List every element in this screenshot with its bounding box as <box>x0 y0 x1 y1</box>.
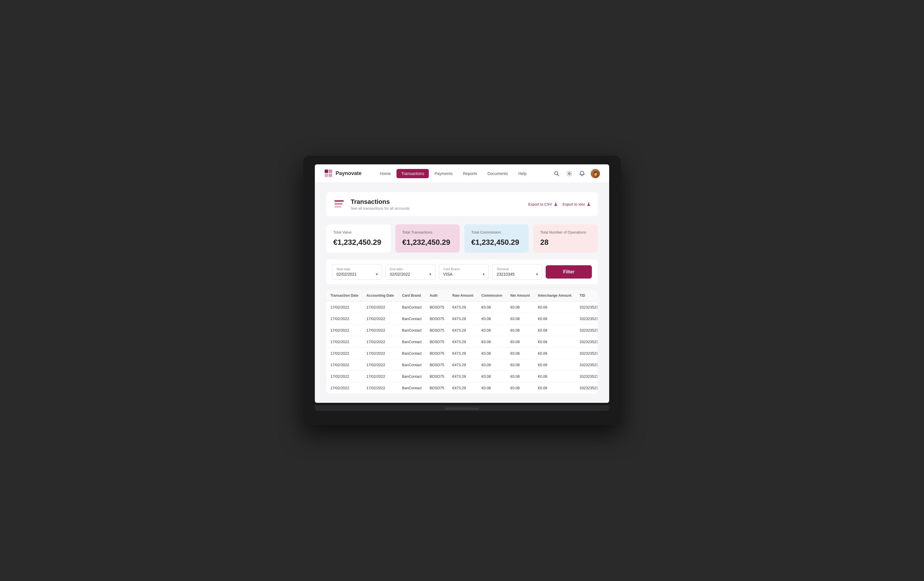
cell-transaction-date: 17/02/2022 <box>327 325 363 336</box>
cell-net-amount: €0.08 <box>506 313 534 325</box>
notifications-icon[interactable] <box>578 170 586 178</box>
svg-rect-0 <box>325 170 328 173</box>
filter-button[interactable]: Filter <box>546 265 592 278</box>
page-header: Transactions See all transactions for al… <box>327 192 597 216</box>
cell-commission: €0.08 <box>477 348 506 359</box>
card-brand-chevron-icon: ▾ <box>483 272 485 276</box>
col-card-brand: Card Brand <box>398 290 426 301</box>
transactions-table: Transaction Date Accounting Date Card Br… <box>327 290 597 393</box>
end-date-filter[interactable]: End date 02/02/2022 ▾ <box>386 264 436 280</box>
end-date-value: 02/02/2022 <box>390 272 410 277</box>
svg-point-6 <box>568 173 570 174</box>
card-brand-filter[interactable]: Card Brand VISA ▾ <box>439 264 489 280</box>
stat-total-commission-amount: €1,232,450.29 <box>471 238 522 247</box>
filter-bar: Start date 02/02/2021 ▾ End date 02/02/2… <box>327 260 597 284</box>
cell-raw-amount: €473.29 <box>449 325 478 336</box>
cell-raw-amount: €473.29 <box>449 313 478 325</box>
transactions-table-container: Transaction Date Accounting Date Card Br… <box>327 290 597 393</box>
cell-auth: BDSD75 <box>426 301 449 313</box>
svg-rect-3 <box>329 174 332 177</box>
stat-total-transactions: Total Transactions €1,232,450.29 <box>395 224 460 253</box>
cell-transaction-date: 17/02/2022 <box>327 348 363 359</box>
laptop-notch <box>445 407 479 410</box>
cell-tid: 332323523 <box>576 371 597 382</box>
nav-transactions[interactable]: Transactions <box>396 169 429 178</box>
svg-rect-1 <box>329 170 332 173</box>
cell-net-amount: €0.08 <box>506 336 534 348</box>
cell-auth: BDSD75 <box>426 313 449 325</box>
page-icon <box>333 198 346 211</box>
end-date-label: End date <box>390 267 431 271</box>
user-avatar[interactable]: 👩 <box>591 169 600 178</box>
start-date-label: Start date <box>337 267 378 271</box>
terminal-value: 23210345 <box>497 272 515 277</box>
stat-total-value-amount: €1,232,450.29 <box>333 238 384 247</box>
nav-right: 👩 <box>553 169 600 178</box>
cell-accounting-date: 17/02/2022 <box>363 371 398 382</box>
nav-home[interactable]: Home <box>375 169 395 178</box>
export-xlsx-button[interactable]: Export to xlsx <box>563 202 591 206</box>
nav-documents[interactable]: Documents <box>483 169 513 178</box>
cell-accounting-date: 17/02/2022 <box>363 382 398 394</box>
cell-accounting-date: 17/02/2022 <box>363 313 398 325</box>
cell-auth: BDSD75 <box>426 371 449 382</box>
cell-net-amount: €0.08 <box>506 371 534 382</box>
end-date-value-row: 02/02/2022 ▾ <box>390 272 431 277</box>
cell-interchange: €0.08 <box>534 336 576 348</box>
cell-transaction-date: 17/02/2022 <box>327 382 363 394</box>
card-brand-value: VISA <box>443 272 452 277</box>
terminal-label: Terminal <box>497 267 538 271</box>
cell-accounting-date: 17/02/2022 <box>363 348 398 359</box>
terminal-filter[interactable]: Terminal 23210345 ▾ <box>492 264 542 280</box>
col-commission: Commission <box>477 290 506 301</box>
cell-card-brand: BanContact <box>398 313 426 325</box>
stat-total-operations: Total Number of Operations 28 <box>533 224 597 253</box>
page-subtitle: See all transactions for all accounts <box>351 206 410 211</box>
cell-raw-amount: €473.29 <box>449 336 478 348</box>
table-row: 17/02/2022 17/02/2022 BanContact BDSD75 … <box>327 382 597 394</box>
end-date-chevron-icon: ▾ <box>429 272 431 276</box>
cell-accounting-date: 17/02/2022 <box>363 336 398 348</box>
svg-rect-7 <box>335 200 344 202</box>
cell-transaction-date: 17/02/2022 <box>327 313 363 325</box>
nav-links: Home Transactions Payments Reports Docum… <box>375 169 543 178</box>
cell-net-amount: €0.08 <box>506 348 534 359</box>
cell-auth: BDSD75 <box>426 348 449 359</box>
col-accounting-date: Accounting Date <box>363 290 398 301</box>
col-interchange-amount: Interchange Amount <box>534 290 576 301</box>
cell-commission: €0.08 <box>477 336 506 348</box>
cell-interchange: €0.08 <box>534 371 576 382</box>
nav-help[interactable]: Help <box>514 169 531 178</box>
col-raw-amount: Raw Amount <box>449 290 478 301</box>
cell-interchange: €0.08 <box>534 301 576 313</box>
svg-rect-2 <box>325 174 328 177</box>
stat-total-value: Total Value €1,232,450.29 <box>327 224 391 253</box>
table-row: 17/02/2022 17/02/2022 BanContact BDSD75 … <box>327 359 597 371</box>
cell-tid: 332323523 <box>576 325 597 336</box>
cell-commission: €0.08 <box>477 382 506 394</box>
cell-card-brand: BanContact <box>398 382 426 394</box>
export-csv-button[interactable]: Export to CSV <box>528 202 558 206</box>
cell-transaction-date: 17/02/2022 <box>327 359 363 371</box>
page-header-left: Transactions See all transactions for al… <box>333 198 410 211</box>
cell-tid: 332323523 <box>576 348 597 359</box>
settings-icon[interactable] <box>565 170 573 178</box>
start-date-filter[interactable]: Start date 02/02/2021 ▾ <box>332 264 382 280</box>
table-row: 17/02/2022 17/02/2022 BanContact BDSD75 … <box>327 336 597 348</box>
nav-payments[interactable]: Payments <box>430 169 457 178</box>
table-row: 17/02/2022 17/02/2022 BanContact BDSD75 … <box>327 313 597 325</box>
table-row: 17/02/2022 17/02/2022 BanContact BDSD75 … <box>327 371 597 382</box>
cell-commission: €0.08 <box>477 371 506 382</box>
export-buttons: Export to CSV Export to xlsx <box>528 202 591 206</box>
table-row: 17/02/2022 17/02/2022 BanContact BDSD75 … <box>327 325 597 336</box>
terminal-chevron-icon: ▾ <box>536 272 538 276</box>
svg-rect-9 <box>335 206 342 207</box>
nav-reports[interactable]: Reports <box>458 169 482 178</box>
logo[interactable]: Paynovate <box>324 169 361 178</box>
cell-auth: BDSD75 <box>426 359 449 371</box>
search-icon[interactable] <box>553 170 561 178</box>
start-date-value-row: 02/02/2021 ▾ <box>337 272 378 277</box>
svg-rect-8 <box>335 203 343 205</box>
download-csv-icon <box>554 202 558 206</box>
stat-total-operations-label: Total Number of Operations <box>540 230 591 234</box>
